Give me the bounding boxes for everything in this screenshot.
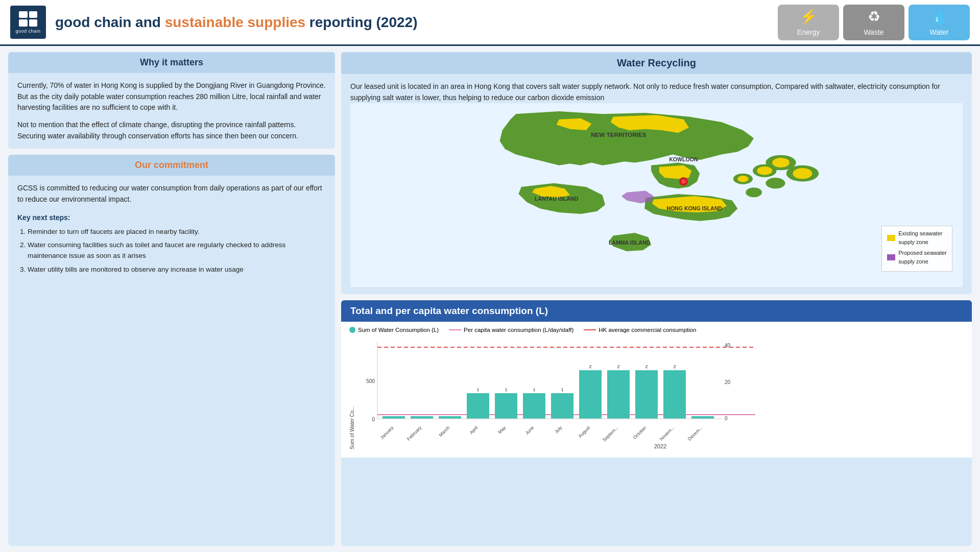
bar-jan [383,416,405,419]
kowloon-label: KOWLOON [669,157,698,163]
tab-water[interactable]: 💧 Water [909,5,970,40]
title-part2: reporting (2022) [305,14,417,30]
why-it-matters-body: Currently, 70% of water in Hong Kong is … [8,73,335,149]
why-paragraph-1: Currently, 70% of water in Hong Kong is … [17,80,326,113]
main-content: Why it matters Currently, 70% of water i… [0,46,980,552]
svg-text:2: 2 [589,364,591,369]
svg-text:1: 1 [476,387,479,392]
legend-label-sum: Sum of Water Consumption (L) [358,327,439,333]
energy-icon: ⚡ [800,8,818,25]
why-paragraph-2: Not to mention that the effect of climat… [17,119,326,141]
chart-inner: 0 500 January Februar [357,337,964,449]
legend-label-existing: Existing seawatersupply zone [898,229,942,247]
chart-area: Sum of Water Consumption (L) Per capita … [341,322,972,458]
svg-text:May: May [497,425,507,435]
tab-energy-label: Energy [797,28,820,36]
our-commitment-header: Our commitment [8,155,335,176]
chart-svg: 0 500 January Februar [357,337,964,439]
legend-item-proposed: Proposed seawatersupply zone [887,249,947,266]
bar-oct [635,370,658,419]
water-recycling-header: Water Recycling [341,52,972,74]
tab-waste-label: Waste [864,28,883,36]
svg-text:20: 20 [725,379,731,385]
bar-dec [691,416,714,419]
legend-per-capita: Per capita water consumption (L/day/staf… [449,327,573,333]
legend-color-existing [887,235,895,241]
key-steps-title: Key next steps: [17,212,326,224]
legend-line-per-capita [449,329,461,330]
svg-text:Decem...: Decem... [687,425,704,442]
legend-label-per-capita: Per capita water consumption (L/day/staf… [464,327,573,333]
bar-sep [607,370,630,419]
lamma-label: LAMMA ISLAND [609,240,651,246]
small-island5 [766,178,785,188]
legend-dot-sum [349,327,355,333]
why-it-matters-header: Why it matters [8,52,335,73]
si-yellow1 [737,176,748,182]
right-column: Water Recycling Our leased unit is locat… [341,52,972,546]
water-recycling-panel: Water Recycling Our leased unit is locat… [341,52,972,294]
tab-waste[interactable]: ♻ Waste [843,5,904,40]
left-column: Why it matters Currently, 70% of water i… [8,52,335,546]
tab-energy[interactable]: ⚡ Energy [778,5,839,40]
svg-text:500: 500 [366,378,375,384]
new-territories-label: NEW TERRITORIES [591,131,647,138]
svg-text:2: 2 [617,364,619,369]
our-commitment-body: GCSS is committed to reducing our water … [8,176,335,285]
nav-tabs: ⚡ Energy ♻ Waste 💧 Water [778,5,970,40]
legend-hk-avg: HK average commercial consumption [584,327,696,333]
svg-text:April: April [469,425,479,436]
our-commitment-panel: Our commitment GCSS is committed to redu… [8,155,335,546]
si-yellow4 [793,168,812,179]
bar-feb [411,416,433,419]
list-item: Water utility bills are monitored to obs… [28,265,326,275]
svg-text:October: October [632,425,648,441]
y-axis-label: Sum of Water Co... [349,337,355,449]
logo-icon [19,11,37,27]
list-item: Reminder to turn off faucets are placed … [28,227,326,237]
tab-water-label: Water [930,28,949,36]
list-item: Water consuming facilities such as toile… [28,240,326,261]
svg-text:Septem...: Septem... [602,425,619,443]
chart-legend: Sum of Water Consumption (L) Per capita … [349,327,964,333]
title-highlight: sustainable supplies [165,14,305,30]
bar-jul [551,393,573,419]
bar-apr [467,393,489,419]
commitment-intro: GCSS is committed to reducing our water … [17,183,326,205]
legend-item-existing: Existing seawatersupply zone [887,229,947,247]
svg-text:January: January [379,425,395,440]
logo-text: good chain [15,29,40,34]
bar-aug [579,370,602,419]
svg-text:2: 2 [673,364,676,369]
legend-sum: Sum of Water Consumption (L) [349,327,439,333]
legend-color-proposed [887,254,895,260]
why-it-matters-panel: Why it matters Currently, 70% of water i… [8,52,335,149]
map-legend: Existing seawatersupply zone Proposed se… [881,226,952,272]
bar-jun [523,393,545,419]
svg-text:1: 1 [561,387,563,392]
chart-container: Sum of Water Co... 0 500 [349,337,964,449]
page-title: good chain and sustainable supplies repo… [55,14,778,31]
hk-map-container: NEW TERRITORIES KOWLOON HONG KONG ISLAND… [350,103,963,287]
bar-may [495,393,517,419]
chart-title: Total and per capita water consumption (… [341,300,972,322]
bar-nov [663,370,686,419]
legend-label-hk-avg: HK average commercial consumption [599,327,696,333]
legend-line-hk-avg [584,329,596,330]
location-marker-inner [681,180,685,184]
x-axis-label: 2022 [357,443,964,449]
si-yellow2 [757,166,772,175]
svg-text:July: July [554,425,563,435]
svg-text:0: 0 [372,417,375,422]
svg-text:August: August [578,425,591,439]
svg-text:40: 40 [725,343,731,348]
waste-icon: ♻ [868,8,880,25]
chart-panel: Total and per capita water consumption (… [341,300,972,546]
water-recycling-body: Our leased unit is located in an area in… [341,74,972,294]
svg-text:2: 2 [645,364,648,369]
svg-text:June: June [524,425,535,436]
svg-text:1: 1 [505,387,507,392]
water-icon: 💧 [930,8,948,25]
si-yellow3 [772,158,790,167]
recycling-description: Our leased unit is located in an area in… [350,81,963,103]
